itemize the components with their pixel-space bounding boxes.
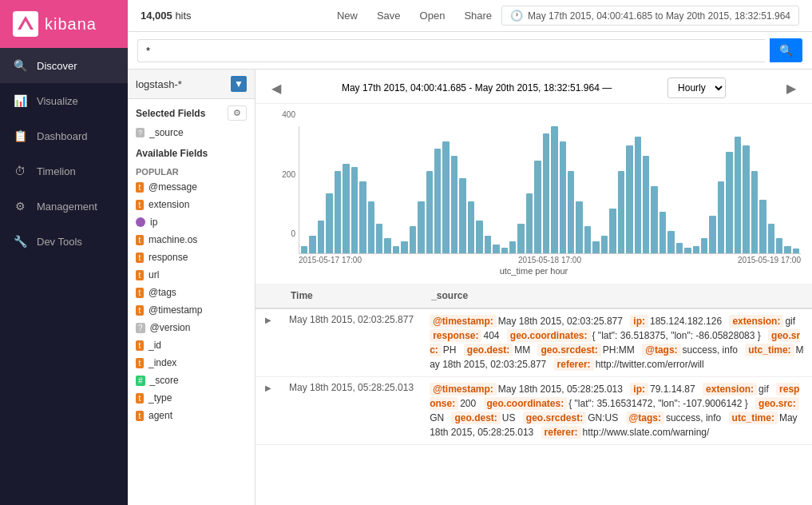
field-item[interactable]: tagent	[128, 407, 255, 424]
histogram-bar[interactable]	[718, 181, 724, 253]
field-item[interactable]: tresponse	[128, 249, 255, 266]
histogram-bar[interactable]	[468, 201, 474, 253]
field-value: 185.124.182.126	[650, 316, 724, 327]
time-range-picker[interactable]: 🕐 May 17th 2015, 04:00:41.685 to May 20t…	[501, 6, 799, 26]
search-button[interactable]: 🔍	[770, 38, 802, 62]
sidebar-item-timelion[interactable]: ⏱ Timelion	[0, 153, 128, 189]
histogram-bar[interactable]	[609, 209, 616, 253]
interval-select[interactable]: Hourly	[667, 78, 726, 98]
histogram-bar[interactable]	[517, 224, 524, 253]
histogram-bar[interactable]	[309, 236, 315, 253]
histogram-bar[interactable]	[343, 164, 349, 253]
search-input[interactable]	[137, 39, 765, 62]
index-arrow-button[interactable]: ▼	[231, 76, 247, 92]
histogram-bar[interactable]	[434, 149, 441, 253]
field-item[interactable]: turl	[128, 266, 255, 284]
open-button[interactable]: Open	[410, 5, 455, 26]
histogram-bar[interactable]	[660, 212, 666, 253]
sidebar-item-dashboard[interactable]: 📋 Dashboard	[0, 118, 128, 153]
histogram-bar[interactable]	[418, 201, 424, 253]
histogram-bar[interactable]	[326, 193, 332, 253]
histogram-bar[interactable]	[601, 236, 608, 253]
histogram-bar[interactable]	[485, 236, 491, 253]
histogram-bar[interactable]	[393, 246, 399, 253]
sidebar-item-devtools[interactable]: 🔧 Dev Tools	[0, 224, 128, 259]
histogram-bar[interactable]	[526, 193, 533, 253]
field-item[interactable]: tmachine.os	[128, 231, 255, 249]
chart-forward-button[interactable]: ▶	[782, 79, 801, 97]
histogram-bar[interactable]	[726, 152, 732, 253]
histogram-bar[interactable]	[651, 186, 657, 253]
histogram-bar[interactable]	[543, 133, 549, 253]
field-type-badge: t	[136, 252, 144, 263]
app-logo[interactable]: kibana	[0, 0, 128, 48]
field-item[interactable]: t@tags	[128, 284, 255, 301]
histogram-bar[interactable]	[442, 141, 449, 253]
histogram-bar[interactable]	[576, 201, 582, 253]
field-item[interactable]: t_id	[128, 336, 255, 354]
field-item[interactable]: ip	[128, 213, 255, 231]
histogram-bar[interactable]	[768, 224, 774, 253]
field-item[interactable]: t@message	[128, 178, 255, 196]
histogram-bar[interactable]	[560, 141, 566, 253]
field-item[interactable]: t_type	[128, 389, 255, 407]
histogram-bar[interactable]	[335, 171, 341, 253]
selected-fields-gear-button[interactable]: ⚙	[228, 105, 247, 121]
histogram-bar[interactable]	[301, 246, 307, 253]
share-button[interactable]: Share	[454, 5, 501, 26]
histogram-bar[interactable]	[451, 156, 457, 253]
histogram-bar[interactable]	[743, 145, 749, 253]
histogram-bar[interactable]	[493, 245, 499, 253]
histogram-bar[interactable]	[384, 238, 390, 253]
histogram-bar[interactable]	[376, 224, 382, 253]
expand-button[interactable]: ▶	[263, 314, 273, 326]
histogram-bar[interactable]	[584, 226, 591, 253]
histogram-bar[interactable]	[784, 246, 790, 253]
expand-button[interactable]: ▶	[263, 382, 273, 394]
new-button[interactable]: New	[327, 5, 367, 26]
histogram-bar[interactable]	[459, 178, 465, 253]
histogram-bar[interactable]	[793, 249, 799, 253]
field-item[interactable]: textension	[128, 196, 255, 213]
histogram-bar[interactable]	[684, 248, 691, 253]
histogram-bar[interactable]	[426, 171, 433, 253]
histogram-bar[interactable]	[751, 171, 758, 253]
histogram-bar[interactable]	[401, 241, 407, 253]
histogram-bar[interactable]	[359, 181, 366, 253]
histogram-bar[interactable]	[592, 241, 599, 253]
sidebar-item-management[interactable]: ⚙ Management	[0, 189, 128, 224]
histogram-bar[interactable]	[735, 137, 741, 253]
index-selector[interactable]: logstash-* ▼	[128, 70, 255, 99]
histogram-bar[interactable]	[351, 167, 358, 253]
histogram-bar[interactable]	[534, 161, 541, 253]
histogram-bar[interactable]	[501, 248, 508, 253]
histogram-bar[interactable]	[643, 156, 649, 253]
chart-back-button[interactable]: ◀	[267, 79, 286, 97]
histogram-bar[interactable]	[626, 145, 632, 253]
histogram-bar[interactable]	[701, 238, 707, 253]
histogram-bar[interactable]	[759, 200, 766, 253]
sidebar-item-discover[interactable]: 🔍 Discover	[0, 48, 128, 83]
histogram-bar[interactable]	[676, 243, 683, 253]
field-item[interactable]: t_index	[128, 354, 255, 372]
histogram-bar[interactable]	[667, 231, 674, 253]
source-field-item[interactable]: ? _source	[128, 124, 255, 141]
histogram-bar[interactable]	[368, 201, 374, 253]
histogram-bar[interactable]	[318, 221, 324, 253]
histogram-bar[interactable]	[568, 171, 574, 253]
histogram-bar[interactable]	[776, 238, 782, 253]
histogram-bar[interactable]	[551, 126, 557, 253]
save-button[interactable]: Save	[367, 5, 410, 26]
histogram-bar[interactable]	[635, 137, 641, 253]
time-cell: May 18th 2015, 02:03:25.877	[281, 308, 422, 377]
histogram-bar[interactable]	[509, 241, 516, 253]
histogram-bar[interactable]	[618, 171, 624, 253]
histogram-bar[interactable]	[709, 216, 715, 253]
sidebar-item-visualize[interactable]: 📊 Visualize	[0, 83, 128, 118]
field-item[interactable]: t@timestamp	[128, 301, 255, 319]
field-item[interactable]: ?@version	[128, 319, 255, 336]
histogram-bar[interactable]	[476, 221, 482, 253]
field-item[interactable]: #_score	[128, 372, 255, 389]
histogram-bar[interactable]	[410, 226, 416, 253]
histogram-bar[interactable]	[693, 246, 699, 253]
